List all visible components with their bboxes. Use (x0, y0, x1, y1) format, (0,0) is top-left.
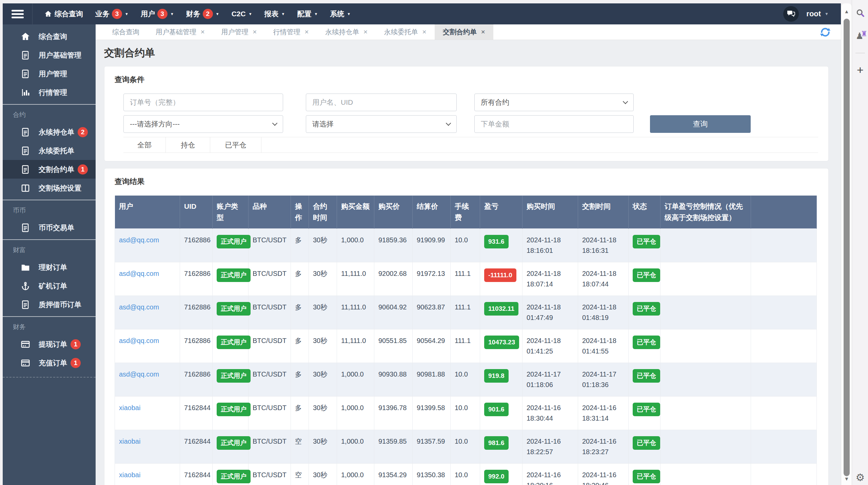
topnav-item-1[interactable]: 综合查询 (44, 9, 83, 19)
browser-search-icon[interactable] (852, 6, 868, 20)
status-select[interactable]: 请选择 (306, 115, 457, 133)
chevron-down-icon (623, 99, 628, 104)
contract-select[interactable]: 所有合约 (474, 94, 634, 111)
settle-date: 2024-11-16 (582, 403, 624, 413)
sidebar-item-3-1[interactable]: 币币交易单 (3, 218, 96, 237)
cell-amount: 11,111.0 (337, 296, 374, 329)
sidebar-item-2-3[interactable]: 交割合约单1 (3, 160, 96, 179)
username-uid-input[interactable] (306, 94, 457, 111)
buy-date: 2024-11-17 (527, 369, 574, 380)
sidebar-item-2-1[interactable]: 永续持仓单2 (3, 123, 96, 141)
refresh-button[interactable] (820, 27, 831, 38)
filter-tab-2[interactable]: 持仓 (166, 137, 210, 153)
close-tab-icon[interactable]: ✕ (252, 29, 257, 35)
sidebar-item-label: 交割场控设置 (39, 183, 81, 193)
tab-4[interactable]: 行情管理✕ (265, 24, 317, 40)
settings-gear-icon[interactable]: ⚙ (852, 470, 868, 484)
cell-symbol: BTC/USDT (249, 329, 291, 363)
browser-side-panel: ♟♜ + ⚙ (852, 0, 868, 485)
cell-settle-price: 91399.58 (413, 397, 451, 430)
anchor-icon (20, 281, 31, 291)
cell-user: xiaobai (115, 430, 180, 464)
topnav-item-7[interactable]: 配置▼ (297, 9, 318, 19)
cell-settle-time: 2024-11-1701:18:36 (578, 363, 629, 397)
sidebar-item-1-1[interactable]: 综合查询 (3, 27, 96, 46)
settle-date: 2024-11-18 (582, 336, 624, 346)
cell-side: 空 (291, 464, 309, 485)
tab-7[interactable]: 交割合约单✕ (435, 24, 493, 40)
topnav-item-8[interactable]: 系统▼ (330, 9, 351, 19)
screen: 综合查询业务3▼用户3▼财务2▼C2C▼报表▼配置▼系统▼ root ▼ 综合查… (0, 0, 868, 485)
buy-date: 2024-11-18 (527, 235, 574, 245)
scrollbar-thumb[interactable] (844, 19, 850, 476)
user-menu[interactable]: root ▼ (806, 9, 829, 18)
account-type-badge: 正式用户 (217, 436, 251, 449)
tab-5[interactable]: 永续持仓单✕ (317, 24, 376, 40)
sidebar-item-4-2[interactable]: 矿机订单 (3, 277, 96, 295)
order-number-input[interactable] (123, 94, 283, 111)
cell-status: 已平仓 (629, 262, 660, 296)
cell-pnl: 11032.11 (480, 296, 522, 329)
sidebar-item-1-3[interactable]: 用户管理 (3, 64, 96, 83)
direction-select[interactable]: ---请选择方向--- (123, 115, 283, 133)
cell-account-type: 正式用户 (213, 397, 249, 430)
column-header-15: 订单盈亏控制情况（优先级高于交割场控设置） (660, 196, 751, 229)
scroll-down-button[interactable]: ▼ (841, 473, 852, 484)
topnav-item-5[interactable]: C2C▼ (232, 10, 252, 18)
chart-icon (20, 87, 31, 98)
sidebar-item-2-4[interactable]: 交割场控设置 (3, 179, 96, 197)
topnav-item-3[interactable]: 用户3▼ (141, 9, 174, 19)
search-button[interactable]: 查询 (650, 115, 751, 133)
user-link[interactable]: asd@qq.com (119, 236, 159, 244)
filter-tab-1[interactable]: 全部 (123, 137, 166, 153)
chevron-down-icon: ▼ (170, 12, 174, 16)
browser-extension-chess-icon[interactable]: ♟♜ (852, 28, 868, 43)
home-icon (20, 32, 31, 42)
cell-uid: 7162886 (180, 229, 213, 262)
filter-tab-3[interactable]: 已平仓 (210, 137, 261, 153)
cell-side: 多 (291, 329, 309, 363)
topnav-item-2[interactable]: 业务3▼ (95, 9, 129, 19)
cell-amount: 11,111.0 (337, 262, 374, 296)
user-link[interactable]: asd@qq.com (119, 303, 159, 311)
topnav-item-6[interactable]: 报表▼ (264, 9, 285, 19)
sidebar-item-1-2[interactable]: 用户基础管理 (3, 46, 96, 64)
browser-add-icon[interactable]: + (852, 63, 868, 77)
sidebar-item-1-4[interactable]: 行情管理 (3, 83, 96, 102)
sidebar-item-4-3[interactable]: 质押借币订单 (3, 295, 96, 314)
pnl-badge: 992.0 (484, 470, 509, 483)
tab-6[interactable]: 永续委托单✕ (376, 24, 435, 40)
user-link[interactable]: asd@qq.com (119, 337, 159, 344)
sidebar-item-label: 币币交易单 (39, 223, 74, 233)
sidebar-item-5-2[interactable]: 充值订单1 (3, 353, 96, 372)
tab-2[interactable]: 用户基础管理✕ (147, 24, 213, 40)
order-amount-input[interactable] (474, 115, 634, 133)
hamburger-menu-icon[interactable] (3, 3, 33, 24)
user-link[interactable]: xiaobai (119, 404, 140, 411)
settle-clock: 01:41:55 (582, 346, 624, 357)
user-link[interactable]: xiaobai (119, 438, 140, 445)
tab-1[interactable]: 综合查询 (104, 24, 147, 40)
topnav-item-4[interactable]: 财务2▼ (186, 9, 219, 19)
cell-buy-time: 2024-11-1618:30:44 (522, 397, 578, 430)
page-scrollbar[interactable]: ▲ ▼ (841, 3, 852, 485)
user-link[interactable]: xiaobai (119, 471, 140, 479)
close-tab-icon[interactable]: ✕ (363, 29, 368, 35)
tab-3[interactable]: 用户管理✕ (213, 24, 265, 40)
sidebar-item-4-1[interactable]: 理财订单 (3, 258, 96, 277)
close-tab-icon[interactable]: ✕ (200, 29, 205, 35)
chat-button[interactable] (783, 6, 799, 22)
user-link[interactable]: asd@qq.com (119, 270, 159, 277)
sidebar-item-5-1[interactable]: 提现订单1 (3, 335, 96, 353)
close-tab-icon[interactable]: ✕ (422, 29, 427, 35)
topnav-item-label: 用户 (141, 9, 155, 19)
scroll-up-button[interactable]: ▲ (841, 6, 852, 16)
user-link[interactable]: asd@qq.com (119, 370, 159, 378)
close-tab-icon[interactable]: ✕ (481, 29, 485, 35)
cell-fee: 111.1 (451, 329, 480, 363)
close-tab-icon[interactable]: ✕ (304, 29, 309, 35)
sidebar-item-2-2[interactable]: 永续委托单 (3, 141, 96, 160)
topbar: 综合查询业务3▼用户3▼财务2▼C2C▼报表▼配置▼系统▼ root ▼ (3, 3, 841, 24)
cell-extra (751, 397, 817, 430)
cell-amount: 1,000.0 (337, 464, 374, 485)
